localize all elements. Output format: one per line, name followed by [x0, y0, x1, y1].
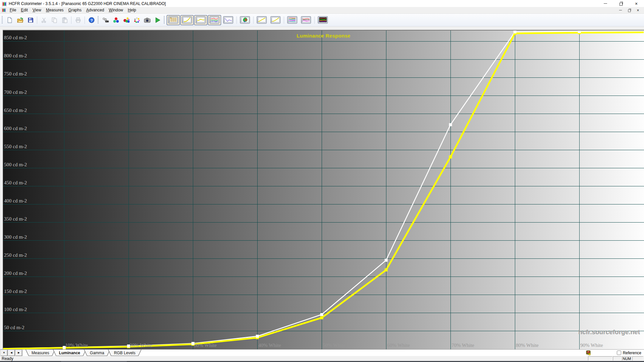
status-message: Ready: [0, 356, 588, 361]
menu-graphs[interactable]: Graphs: [66, 7, 84, 13]
tab-luminance[interactable]: Luminance: [53, 350, 86, 356]
status-pane: [588, 356, 612, 361]
y-axis-label: 150 cd m-2: [4, 289, 27, 294]
mon-lum-icon: [196, 16, 206, 24]
y-axis-label: 850 cd m-2: [4, 35, 27, 41]
view-histogram-button[interactable]: [222, 15, 235, 25]
white-curve-point: [320, 313, 323, 316]
menu-measures[interactable]: Measures: [44, 7, 66, 13]
mon-hist-icon: [223, 16, 233, 24]
menu-view[interactable]: View: [30, 7, 44, 13]
cut-icon: [41, 17, 47, 23]
restore-icon: [628, 9, 631, 12]
tab-measures[interactable]: Measures: [25, 350, 55, 356]
cut-button[interactable]: [39, 15, 49, 25]
capture-button[interactable]: [142, 15, 152, 25]
probe-icon: [102, 17, 109, 23]
y-axis-label: 300 cd m-2: [4, 234, 27, 240]
view-multicurve1-button[interactable]: [286, 15, 299, 25]
close-icon: ×: [637, 8, 639, 12]
view-tab-bar: × ◄ ► MeasuresLuminanceGammaRGB Levels R…: [0, 349, 644, 356]
camera-icon: [144, 17, 151, 23]
reference-checkbox[interactable]: [617, 351, 621, 355]
rgb-balls-icon: [113, 17, 119, 23]
play-icon: [154, 17, 161, 23]
yellow-curve-point: [385, 268, 388, 272]
luminance-chart: Luminance Response 50 cd m-2100 cd m-215…: [3, 30, 644, 350]
y-axis-label: 450 cd m-2: [4, 180, 27, 186]
toolbar-grip: [164, 16, 165, 24]
x-axis-label: 10% White: [65, 343, 88, 348]
yellow-curve-line: [3, 32, 644, 349]
y-axis-label: 50 cd m-2: [4, 325, 24, 330]
color-ring-icon: [133, 17, 140, 23]
white-curve-point: [385, 259, 388, 262]
menu-window[interactable]: Window: [106, 7, 125, 13]
menu-edit[interactable]: Edit: [18, 7, 30, 13]
mon-rgb-icon: [209, 16, 220, 24]
mdi-window-controls: ×: [617, 8, 644, 13]
paste-button[interactable]: [60, 15, 69, 25]
mdi-minimize-button[interactable]: [618, 8, 624, 12]
minimize-button[interactable]: [598, 0, 613, 7]
y-axis-label: 600 cd m-2: [4, 126, 27, 131]
new-document-button[interactable]: [5, 15, 14, 25]
tab-rgb-levels[interactable]: RGB Levels: [108, 350, 142, 356]
minimize-icon: [619, 10, 622, 10]
view-cie-diagram-button[interactable]: [238, 15, 252, 25]
rgb-measure-button[interactable]: [111, 15, 121, 25]
tab-next-button[interactable]: ►: [15, 350, 22, 356]
mon-gamma-icon: [182, 16, 192, 24]
view-luminance-curve2-button[interactable]: [269, 15, 282, 25]
y-axis-label: 750 cd m-2: [4, 71, 27, 77]
mon-cie-icon: [240, 16, 250, 24]
view-multicurve2-button[interactable]: [300, 15, 313, 25]
toolbar-grip: [2, 16, 3, 24]
yellow-curve-point: [320, 316, 323, 319]
x-axis-label: 90% White: [580, 343, 603, 348]
view-spectrum-button[interactable]: [316, 15, 329, 25]
open-button[interactable]: [15, 15, 25, 25]
reference-label: Reference: [623, 351, 641, 355]
menu-advanced[interactable]: Advanced: [84, 7, 106, 13]
toolbar-separator: [71, 16, 71, 24]
view-luminance-button[interactable]: [194, 15, 207, 25]
tab-prev-button[interactable]: ◄: [8, 350, 15, 356]
menu-file[interactable]: File: [7, 7, 18, 13]
run-measures-button[interactable]: [153, 15, 162, 25]
y-axis-label: 700 cd m-2: [4, 89, 27, 95]
tab-close-button[interactable]: ×: [1, 350, 7, 356]
view-rgb-levels-button[interactable]: [208, 15, 221, 25]
primaries-measure-button[interactable]: [121, 15, 131, 25]
mdi-restore-button[interactable]: [627, 8, 632, 12]
menu-help[interactable]: Help: [125, 7, 139, 13]
y-axis-label: 650 cd m-2: [4, 108, 27, 113]
new-doc-icon: [6, 17, 13, 23]
restore-button[interactable]: [613, 0, 629, 7]
help-button[interactable]: ?: [87, 15, 96, 25]
close-button[interactable]: ×: [629, 0, 644, 7]
print-icon: [75, 17, 82, 23]
y-axis-label: 100 cd m-2: [4, 307, 27, 312]
tab-gamma[interactable]: Gamma: [84, 350, 110, 356]
fullset-measure-button[interactable]: [132, 15, 142, 25]
view-measures-grid-button[interactable]: [167, 15, 180, 25]
print-button[interactable]: [73, 15, 83, 25]
toolbar-separator: [314, 16, 315, 24]
save-button[interactable]: [25, 15, 35, 25]
white-curve-line: [3, 31, 644, 349]
x-axis-label: 20% White: [129, 343, 152, 348]
view-gamma-button[interactable]: [180, 15, 194, 25]
x-axis-label: 80% White: [516, 343, 539, 348]
copy-button[interactable]: [49, 15, 59, 25]
status-num-indicator: NUM: [622, 356, 632, 361]
mdi-close-button[interactable]: ×: [635, 8, 641, 12]
reference-toggle: Reference: [617, 351, 641, 355]
status-pane: [632, 356, 643, 361]
white-curve-point: [256, 335, 259, 338]
toolbar-separator: [37, 16, 37, 24]
view-luminance-curve1-button[interactable]: [255, 15, 268, 25]
yellow-curve-point: [449, 156, 452, 159]
sensor-config-button[interactable]: [101, 15, 110, 25]
close-icon: ×: [635, 1, 638, 6]
